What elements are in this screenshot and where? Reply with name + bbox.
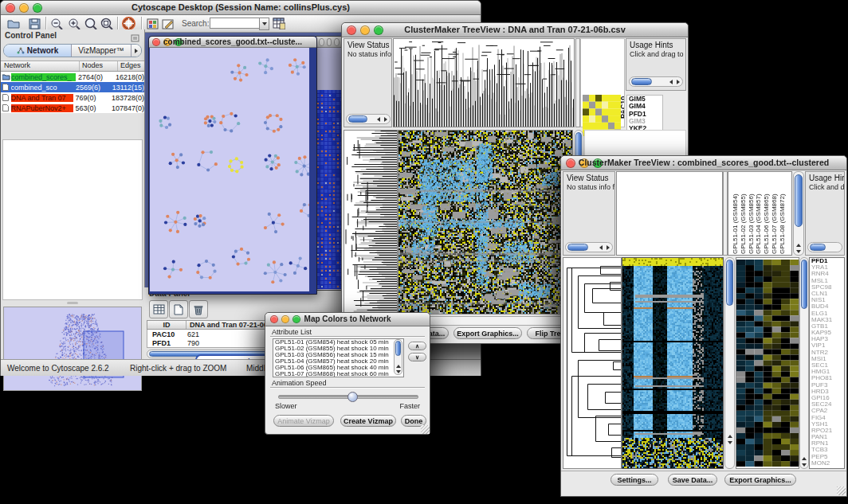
network-view-title: combined_scores_good.txt--cluste... <box>149 37 316 46</box>
data-row-id: PFD1 <box>147 339 168 347</box>
network-edges: 183728(0) <box>109 94 144 102</box>
network-name: combined_scores_ <box>11 73 76 81</box>
tv2-button-export-graphics-[interactable]: Export Graphics... <box>724 474 796 486</box>
network-view-titlebar[interactable]: combined_scores_good.txt--cluste... <box>149 37 316 48</box>
network-name: combined_sco <box>11 84 73 92</box>
tab-overflow-arrow-icon[interactable] <box>132 45 141 57</box>
tv2-col-label[interactable]: GPL51-02 (GSM855) <box>740 193 747 254</box>
create-vizmap-button[interactable]: Create Vizmap <box>340 415 396 427</box>
tv2-row-dendrogram[interactable] <box>563 257 622 469</box>
save-icon[interactable] <box>27 17 41 30</box>
tv2-button-save-data-[interactable]: Save Data... <box>668 474 717 486</box>
zoom-window-icon[interactable] <box>334 38 340 46</box>
zoom-out-icon[interactable] <box>49 17 64 30</box>
network-nodes: 769(0) <box>73 94 109 102</box>
tv2-col-label[interactable]: GPL51-08 (GSM872) <box>779 193 786 254</box>
splitter-handle[interactable] <box>2 300 143 305</box>
attribute-item[interactable]: GPL51-04 (GSM857) heat shock 20 min <box>273 358 403 365</box>
background-window-titlebar[interactable] <box>316 37 344 48</box>
attribute-item[interactable]: GPL51-02 (GSM855) heat shock 10 min <box>273 346 403 352</box>
dialog-list-vscrollbar[interactable] <box>394 339 402 375</box>
gene-label[interactable]: MON2 <box>810 460 844 467</box>
network-list-area[interactable] <box>2 139 143 300</box>
tv2-col-label[interactable]: GPL51-07 (GSM868) <box>771 193 778 254</box>
network-canvas[interactable] <box>150 48 309 291</box>
dialog-titlebar[interactable]: Map Colors to Network <box>265 313 430 326</box>
tv2-heatmap[interactable] <box>622 257 724 469</box>
tv2-column-dendrogram[interactable] <box>616 171 723 256</box>
tv2-labels-vscrollbar[interactable] <box>793 171 804 256</box>
tv2-col-label[interactable]: GPL51-06 (GSM865) <box>763 193 770 254</box>
tv2-zoom-heatmap[interactable] <box>736 257 799 469</box>
tv2-col-labels: GPL51-01 (GSM854)GPL51-02 (GSM855)GPL51-… <box>728 171 792 256</box>
zoom-selected-icon[interactable] <box>100 17 114 30</box>
tv2-col-label[interactable]: GPL51-01 (GSM854) <box>732 193 739 254</box>
tv2-usage-hscrollbar[interactable] <box>807 242 842 252</box>
tv1-status-hscrollbar[interactable] <box>346 114 391 124</box>
tv2-col-label[interactable]: GPL51-04 (GSM857) <box>755 193 762 254</box>
treeview2-titlebar[interactable]: ClusterMaker TreeView : combined_scores_… <box>561 156 846 170</box>
network-row[interactable]: combined_scores_2764(0)16218(0) <box>1 72 144 82</box>
tv1-view-status-title: View Status <box>347 41 391 49</box>
attribute-item[interactable]: GPL51-03 (GSM856) heat shock 15 min <box>273 352 403 358</box>
tv2-usage-title: Usage Hints <box>809 174 844 182</box>
resize-grip[interactable] <box>421 425 430 434</box>
tv1-view-status-panel: View Status No status info f <box>344 38 392 127</box>
slider-thumb[interactable] <box>347 392 358 402</box>
faster-label: Faster <box>399 402 420 410</box>
tv2-zoom-vscrollbar[interactable] <box>799 257 809 469</box>
attribute-item[interactable]: GPL51-06 (GSM865) heat shock 40 min <box>273 365 403 371</box>
move-up-button[interactable]: ∧ <box>408 342 426 350</box>
network-row[interactable]: DNA and Tran 07769(0)183728(0) <box>1 92 144 103</box>
move-down-button[interactable]: ∨ <box>408 353 426 361</box>
resize-grip[interactable] <box>837 486 846 495</box>
tv2-heatmap-vscrollbar[interactable] <box>724 257 735 469</box>
close-icon[interactable] <box>319 38 324 46</box>
tv2-status-hscrollbar[interactable] <box>565 242 613 252</box>
help-icon[interactable] <box>121 17 135 30</box>
tv1-row-dendrogram[interactable] <box>344 130 398 315</box>
tv2-button-settings-[interactable]: Settings... <box>610 474 658 486</box>
dialog-title: Map Colors to Network <box>265 315 430 323</box>
tv1-column-dendrogram[interactable] <box>393 38 575 127</box>
animation-speed-slider[interactable] <box>278 395 418 399</box>
status-welcome: Welcome to Cytoscape 2.6.2 <box>7 364 109 373</box>
animate-vizmap-button[interactable]: Animate Vizmap <box>273 415 334 427</box>
network-row[interactable]: RNAPuberNov2+563(0)107847(0) <box>1 103 144 113</box>
grid-icon[interactable] <box>149 300 168 318</box>
tv2-gene-list[interactable]: PFD1YRA1RNR4MSL1SPC98CLN1NIS1BUD4ELG1MAK… <box>809 257 845 469</box>
tv1-usage-hscrollbar[interactable] <box>629 76 683 87</box>
attribute-item[interactable]: GPL51-07 (GSM868) heat shock 60 min <box>273 371 403 377</box>
tab-network[interactable]: Network <box>4 45 72 57</box>
status-zoom-hint: Right-click + drag to ZOOM <box>130 364 226 373</box>
search-dropdown-icon[interactable] <box>259 18 269 30</box>
main-titlebar[interactable]: Cytoscape Desktop (Session Name: collins… <box>1 1 481 15</box>
minimize-icon[interactable] <box>327 38 332 46</box>
tv2-view-status-text: No status info f <box>567 183 614 191</box>
trash-icon[interactable] <box>189 300 208 318</box>
treeview1-titlebar[interactable]: ClusterMaker TreeView : DNA and Tran 07-… <box>342 23 688 37</box>
attribute-table-icon[interactable] <box>272 17 286 30</box>
annotation-icon[interactable] <box>161 17 175 30</box>
zoom-in-icon[interactable] <box>67 17 81 30</box>
treeview1-title: ClusterMaker TreeView : DNA and Tran 07-… <box>342 25 688 34</box>
attribute-item[interactable]: GPL51-01 (GSM854) heat shock 05 min <box>273 339 403 346</box>
vizmap-icon[interactable] <box>145 17 159 30</box>
control-panel-title: Control Panel <box>5 31 57 40</box>
search-input[interactable] <box>210 18 261 29</box>
tv1-button-export-graphics-[interactable]: Export Graphics... <box>453 327 522 339</box>
network-edges: 13112(15) <box>110 84 144 92</box>
new-doc-icon[interactable] <box>169 300 188 318</box>
zoom-fit-icon[interactable] <box>84 17 98 30</box>
tv2-col-label[interactable]: GPL51-03 (GSM856) <box>748 193 755 254</box>
tv2-view-status-panel: View Status No status info f <box>563 171 615 256</box>
network-row[interactable]: combined_sco2569(6)13112(15) <box>1 82 144 92</box>
open-folder-icon[interactable] <box>6 17 21 30</box>
dialog-attribute-list[interactable]: GPL51-01 (GSM854) heat shock 05 minGPL51… <box>273 338 404 377</box>
tab-vizmapper[interactable]: VizMapper™ <box>72 45 132 57</box>
tv1-heatmap[interactable] <box>398 130 573 315</box>
network-table-body: combined_scores_2764(0)16218(0)combined_… <box>1 72 144 113</box>
document-icon <box>1 104 11 111</box>
dense-network-canvas[interactable] <box>316 90 344 289</box>
network-overview-canvas[interactable] <box>3 307 142 391</box>
